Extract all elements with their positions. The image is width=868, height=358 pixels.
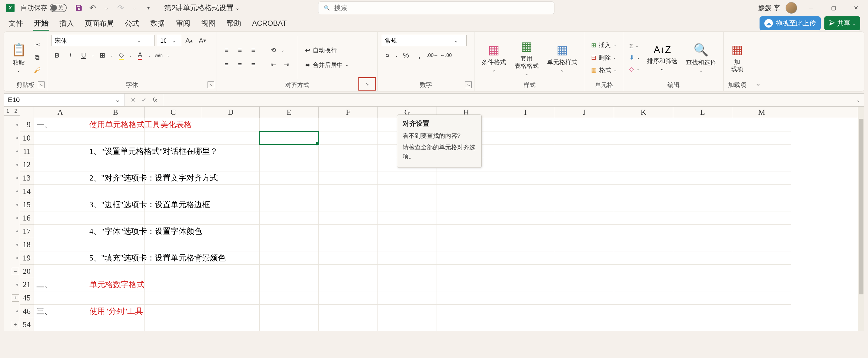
decrease-indent-button[interactable]: ⇤ <box>268 59 279 70</box>
cell[interactable] <box>34 291 87 305</box>
cell[interactable] <box>87 158 145 171</box>
align-top-button[interactable]: ≡ <box>221 45 232 56</box>
percent-button[interactable]: % <box>401 50 411 61</box>
cell[interactable] <box>496 131 555 145</box>
cell[interactable] <box>319 278 378 291</box>
tab-formulas[interactable]: 公式 <box>124 17 140 30</box>
cell[interactable] <box>202 211 260 225</box>
cell[interactable] <box>319 291 378 305</box>
cell[interactable] <box>496 158 555 171</box>
cell[interactable] <box>496 145 555 158</box>
cell[interactable] <box>614 318 673 331</box>
chevron-down-icon[interactable]: ⌄ <box>281 48 284 53</box>
cell[interactable] <box>496 198 555 211</box>
column-header-A[interactable]: A <box>34 107 87 118</box>
cell[interactable] <box>319 251 378 265</box>
cell[interactable] <box>202 278 260 291</box>
align-right-button[interactable]: ≡ <box>248 59 259 70</box>
cell[interactable] <box>496 238 555 251</box>
column-header-M[interactable]: M <box>732 107 792 118</box>
cell[interactable]: 5、"填充"选项卡：设置单元格背景颜色 <box>87 251 145 265</box>
cell[interactable] <box>34 145 87 158</box>
undo-dropdown[interactable]: ⌄ <box>102 3 112 13</box>
cell[interactable] <box>496 171 555 185</box>
name-box[interactable]: E10 ⌄ <box>4 94 125 106</box>
cell[interactable] <box>202 185 260 198</box>
sort-filter-button[interactable]: A↓Z 排序和筛选 ⌄ <box>644 43 680 72</box>
cell[interactable] <box>614 291 673 305</box>
cell[interactable] <box>437 251 496 265</box>
chevron-down-icon[interactable]: ⌄ <box>167 53 170 58</box>
outline-toggle[interactable]: − <box>12 268 19 275</box>
cell[interactable] <box>260 118 319 131</box>
cell[interactable] <box>87 238 145 251</box>
cell[interactable] <box>673 158 732 171</box>
document-title[interactable]: 第2讲单元格格式设置 ⌄ <box>164 3 239 13</box>
outline-toggle[interactable]: + <box>12 321 19 328</box>
search-input[interactable] <box>334 4 549 12</box>
cell[interactable] <box>145 291 202 305</box>
cell[interactable] <box>319 305 378 318</box>
format-cells-button[interactable]: ▦ 格式 ⌄ <box>589 65 619 75</box>
cell[interactable] <box>378 211 437 225</box>
cell[interactable] <box>732 318 792 331</box>
cell[interactable] <box>614 158 673 171</box>
cell[interactable] <box>202 225 260 238</box>
bold-button[interactable]: B <box>52 50 62 61</box>
cell[interactable] <box>87 131 145 145</box>
merge-center-button[interactable]: ⬌ 合并后居中 ⌄ <box>302 59 351 70</box>
delete-cells-button[interactable]: ⊟ 删除 ⌄ <box>589 53 619 62</box>
outline-level-2[interactable]: 2 <box>12 107 20 116</box>
cell[interactable] <box>378 225 437 238</box>
cell[interactable] <box>673 291 732 305</box>
decrease-decimal-button[interactable]: ←.00 <box>440 50 452 61</box>
user-name[interactable]: 媛媛 李 <box>758 3 780 12</box>
row-header[interactable]: 19 <box>20 251 34 265</box>
cell[interactable] <box>496 305 555 318</box>
cell[interactable] <box>260 251 319 265</box>
cell[interactable] <box>260 211 319 225</box>
cell[interactable] <box>34 251 87 265</box>
cell[interactable] <box>34 225 87 238</box>
tab-pagelayout[interactable]: 页面布局 <box>84 17 115 30</box>
cell[interactable] <box>34 211 87 225</box>
cell[interactable]: 一、 <box>34 118 87 131</box>
cell[interactable] <box>319 198 378 211</box>
cell[interactable] <box>555 198 614 211</box>
cell[interactable] <box>145 158 202 171</box>
cell[interactable] <box>437 305 496 318</box>
tab-review[interactable]: 审阅 <box>175 17 191 30</box>
cell[interactable] <box>673 225 732 238</box>
cell[interactable] <box>732 131 792 145</box>
cell[interactable] <box>437 185 496 198</box>
cell[interactable] <box>87 211 145 225</box>
cell[interactable] <box>673 265 732 278</box>
align-center-button[interactable]: ≡ <box>235 59 245 70</box>
cell[interactable] <box>260 305 319 318</box>
cell[interactable] <box>34 238 87 251</box>
enter-formula-button[interactable]: ✓ <box>140 95 149 104</box>
minimize-button[interactable]: ─ <box>803 1 819 14</box>
cell[interactable] <box>378 171 437 185</box>
cancel-formula-button[interactable]: ✕ <box>128 95 137 104</box>
column-header-L[interactable]: L <box>673 107 732 118</box>
cell[interactable] <box>673 131 732 145</box>
cell[interactable] <box>496 185 555 198</box>
number-launcher[interactable]: ↘ <box>465 82 472 88</box>
column-header-I[interactable]: I <box>496 107 555 118</box>
cell[interactable] <box>614 198 673 211</box>
cell[interactable] <box>673 305 732 318</box>
cell[interactable] <box>555 225 614 238</box>
cell[interactable] <box>437 265 496 278</box>
copy-button[interactable]: ⧉ <box>32 52 43 63</box>
cell[interactable] <box>437 238 496 251</box>
redo-button[interactable]: ↷ <box>116 3 125 13</box>
border-button[interactable]: ⊞ <box>97 50 108 61</box>
row-header[interactable]: 16 <box>20 211 34 225</box>
cell[interactable] <box>673 318 732 331</box>
cell[interactable] <box>555 145 614 158</box>
cell[interactable] <box>555 171 614 185</box>
cell[interactable] <box>378 318 437 331</box>
cell[interactable] <box>555 131 614 145</box>
align-bottom-button[interactable]: ≡ <box>248 45 259 56</box>
